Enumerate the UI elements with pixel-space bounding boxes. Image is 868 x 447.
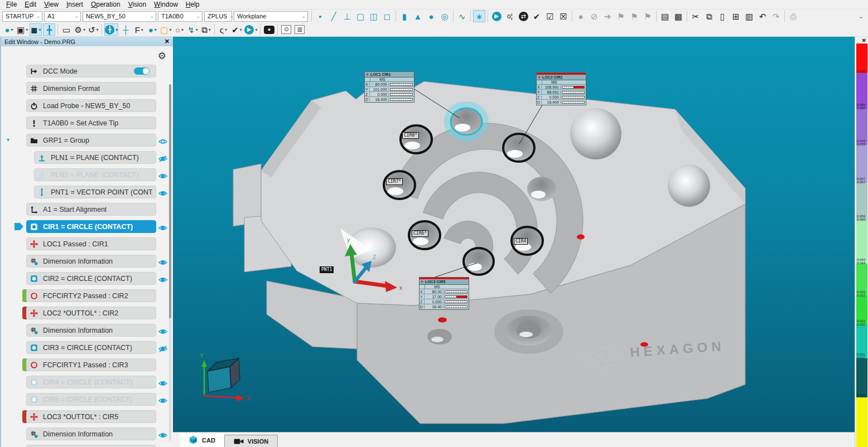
chevron-down-icon[interactable]: ▾ <box>196 27 198 32</box>
hole-cir5-target[interactable] <box>464 248 494 275</box>
command-row-loc1[interactable]: LOC1 Passed : CIR1 <box>26 237 156 250</box>
hole-plain[interactable] <box>527 177 556 201</box>
print-button[interactable]: ⎙ <box>787 10 799 22</box>
chevron-down-icon[interactable]: ⌄ <box>74 13 79 19</box>
eye-icon[interactable] <box>158 379 167 386</box>
eye-icon[interactable] <box>158 137 167 144</box>
execute-from-cursor-button[interactable]: o¦ <box>504 10 516 22</box>
hole-front-small[interactable] <box>427 329 452 344</box>
workplane-select[interactable]: ZPLUS⌄ <box>204 11 232 22</box>
dcc-mode-toggle[interactable] <box>134 67 150 75</box>
bookmark-goto-button[interactable]: ⚑ <box>628 10 640 22</box>
jog-probe-button[interactable]: ┼ <box>119 23 132 36</box>
no-entry-button[interactable]: ⊘ <box>588 10 600 22</box>
menu-window[interactable]: Window <box>150 1 182 8</box>
edit-window-titlebar[interactable]: Edit Window - Demo.PRG ✕ <box>1 37 173 46</box>
undo-button[interactable]: ↶ <box>756 10 769 22</box>
command-row-cir4[interactable]: CIR4 = CIRCLE (CONTACT) <box>26 376 156 388</box>
menu-insert[interactable]: Insert <box>62 1 87 8</box>
line-feature-button[interactable]: ╱ <box>327 10 340 22</box>
alignment-select[interactable]: A1⌄ <box>44 11 81 22</box>
chevron-down-icon[interactable]: ▾ <box>115 27 118 32</box>
hole-cir2-target[interactable] <box>503 134 534 162</box>
parameters-gears-button[interactable]: ⚙▾ <box>74 23 86 36</box>
chevron-down-icon[interactable]: ▾ <box>38 27 41 32</box>
feature-pin-button[interactable]: F▾ <box>133 23 145 36</box>
command-row-pln1[interactable]: PLN1 = PLANE (CONTACT) <box>34 151 156 164</box>
stop-button[interactable]: ● <box>575 10 587 22</box>
probe-select[interactable]: NEW5_BY_50⌄ <box>83 11 156 22</box>
command-row-dimension[interactable]: Dimension Information <box>26 427 156 440</box>
cad-viewport[interactable]: HEXAGON HEXAGON x y Z <box>173 37 855 432</box>
quickstart-button[interactable]: ↯▾ <box>186 23 199 36</box>
measurement-label-loc2[interactable]: ✛LOC2 CIR2MSX108.991Y88.991Z0.000D16.400 <box>536 72 586 105</box>
command-row-cir2[interactable]: CIR2 = CIRCLE (CONTACT) <box>26 272 156 285</box>
chevron-down-icon[interactable]: ▾ <box>225 27 227 32</box>
paste-special-button[interactable]: ⊞ <box>730 10 742 22</box>
cone-feature-button[interactable]: ▲ <box>412 10 424 22</box>
sphere-feature-button[interactable]: ● <box>425 10 437 22</box>
execute-mini-button[interactable]: ▶▾ <box>244 23 258 36</box>
feature-tag-cir4[interactable]: CIR4 <box>514 238 528 245</box>
orientation-cube[interactable]: Y X <box>200 353 250 402</box>
chevron-down-icon[interactable]: ▾ <box>26 27 28 32</box>
tab-vision[interactable]: VISION <box>224 435 278 447</box>
eye-icon[interactable] <box>158 396 167 403</box>
circle-tool-button[interactable]: ○▾ <box>173 23 185 36</box>
cad-model[interactable]: HEXAGON HEXAGON x y Z <box>173 37 855 432</box>
chevron-down-icon[interactable]: ▾ <box>240 27 242 32</box>
command-row-fcfcirty1[interactable]: FCFCIRTY1 Passed : CIR3 <box>26 358 156 371</box>
status-window-button[interactable]: ▥ <box>293 23 306 36</box>
report-pass-button[interactable]: ☑ <box>544 10 556 22</box>
pattern-copy-button[interactable]: ⧉▾ <box>200 23 212 36</box>
redo-button[interactable]: ↷ <box>770 10 782 22</box>
probe-readout-button[interactable]: ⊙ <box>280 23 292 36</box>
chevron-down-icon[interactable]: ▾ <box>83 27 85 32</box>
auto-feature-button[interactable]: ∗ <box>473 10 485 22</box>
group-expander-icon[interactable]: ▾ <box>7 137 9 143</box>
command-row-t1a0b0[interactable]: T1A0B0 = Set Active Tip <box>26 116 156 129</box>
chevron-down-icon[interactable]: ▾ <box>155 27 157 32</box>
tip-select[interactable]: T1A0B0⌄ <box>158 11 202 22</box>
menu-help[interactable]: Help <box>182 1 204 8</box>
loop-button[interactable]: ⇄ <box>517 10 529 22</box>
view-select[interactable]: Workplane⌄ <box>234 11 308 22</box>
chevron-down-icon[interactable]: ⌄ <box>301 13 306 19</box>
mark-done-button[interactable]: ✔▾ <box>230 23 243 36</box>
hole-cir7[interactable] <box>384 171 415 199</box>
feature-tag-cir7[interactable]: CIR7* <box>386 178 403 185</box>
point-feature-button[interactable]: • <box>314 10 326 22</box>
square-feature-button[interactable]: ◻ <box>381 10 393 22</box>
probe-orient-button[interactable]: ●▾ <box>3 23 15 36</box>
close-icon[interactable]: ✕ <box>862 37 866 43</box>
report-window-button[interactable]: ▦ <box>672 10 684 22</box>
menu-vision[interactable]: Vision <box>124 1 150 8</box>
measurement-label-loc1[interactable]: ✛LOC1 CIR1MSX80.000Y101.000Z0.000D16.400 <box>364 71 414 103</box>
command-row-loc3[interactable]: LOC3 *OUTTOL* : CIR5 <box>26 410 156 423</box>
command-row-a1[interactable]: A1 = Start Alignment <box>26 203 156 216</box>
menu-view[interactable]: View <box>40 1 62 8</box>
plane-feature-button[interactable]: ⊥ <box>341 10 353 22</box>
command-row-pln2[interactable]: PLN2 = PLANE (CONTACT) <box>34 168 156 181</box>
snapshot-camera-button[interactable]: ● <box>263 23 275 36</box>
command-row-dimension[interactable]: Dimension Format <box>26 82 156 95</box>
sphere-recess-large[interactable] <box>570 108 621 159</box>
eye-icon[interactable] <box>158 172 167 178</box>
feature-tag-cir8[interactable]: CIR8* <box>402 132 419 139</box>
eye-icon[interactable] <box>158 224 167 230</box>
report-list-button[interactable]: ▤ <box>659 10 671 22</box>
command-row-grp1[interactable]: GRP1 = Group <box>26 134 156 147</box>
chevron-down-icon[interactable]: ▾ <box>11 27 13 32</box>
bookmark-clear-button[interactable]: ⚑ <box>642 10 654 22</box>
curve-feature-button[interactable]: ∿ <box>456 10 468 22</box>
command-row-dimension[interactable]: Dimension Information <box>26 255 156 268</box>
feature-tag-cir6[interactable]: CIR6* <box>412 230 428 237</box>
copy-button[interactable]: ⧉ <box>703 10 715 22</box>
eye-icon[interactable] <box>158 275 167 282</box>
command-row-cir5[interactable]: CIR5 = CIRCLE (CONTACT) <box>26 393 156 406</box>
go-to-button[interactable]: ➔ <box>601 10 614 22</box>
command-row-dimension[interactable]: Dimension Information <box>26 324 156 337</box>
view-iso-button[interactable]: ▣▾ <box>16 23 28 36</box>
gear-icon[interactable]: ⚙ <box>158 50 166 62</box>
menu-operation[interactable]: Operation <box>87 1 124 8</box>
